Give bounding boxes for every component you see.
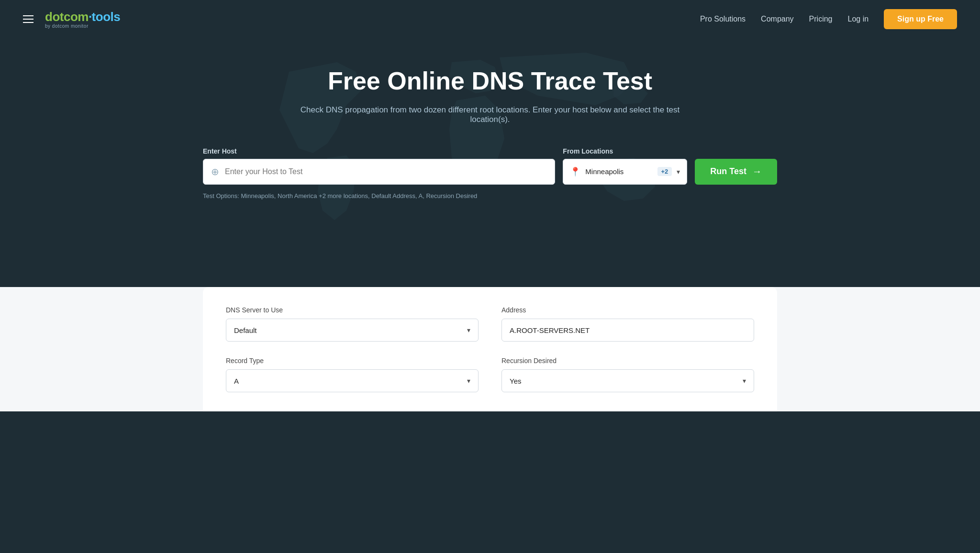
globe-icon: ⊕: [211, 166, 219, 177]
dns-server-chevron-icon: ▾: [467, 326, 470, 334]
logo-text: dotcom·tools: [45, 10, 120, 24]
nav-pro-solutions[interactable]: Pro Solutions: [700, 15, 746, 23]
dns-server-value: Default: [234, 326, 467, 334]
location-value: Minneapolis: [585, 167, 652, 176]
locations-field-group: From Locations 📍 Minneapolis +2 ▾: [563, 147, 687, 185]
host-field-group: Enter Host ⊕: [203, 147, 555, 185]
host-label: Enter Host: [203, 147, 555, 155]
dns-server-label: DNS Server to Use: [226, 306, 479, 314]
nav-company[interactable]: Company: [761, 15, 793, 23]
signup-button[interactable]: Sign up Free: [884, 9, 957, 29]
search-form-row: Enter Host ⊕ From Locations 📍 Minneapoli…: [203, 147, 777, 185]
record-type-select[interactable]: A ▾: [226, 369, 479, 392]
test-options-text: Test Options: Minneapolis, North America…: [203, 192, 777, 199]
page-title: Free Online DNS Trace Test: [328, 67, 652, 96]
location-select[interactable]: 📍 Minneapolis +2 ▾: [563, 159, 687, 185]
arrow-right-icon: →: [752, 166, 762, 177]
run-test-label: Run Test: [710, 166, 746, 177]
logo[interactable]: dotcom·tools by dotcom monitor: [45, 10, 120, 29]
record-type-label: Record Type: [226, 357, 479, 365]
address-label: Address: [501, 306, 754, 314]
page-subtitle: Check DNS propagation from two dozen dif…: [294, 105, 686, 124]
address-input[interactable]: [501, 319, 754, 342]
record-type-value: A: [234, 377, 467, 385]
hamburger-menu[interactable]: [23, 15, 33, 23]
record-type-field: Record Type A ▾: [226, 357, 479, 392]
nav-pricing[interactable]: Pricing: [809, 15, 833, 23]
record-type-chevron-icon: ▾: [467, 377, 470, 385]
recursion-field: Recursion Desired Yes ▾: [501, 357, 754, 392]
recursion-select[interactable]: Yes ▾: [501, 369, 754, 392]
nav-login[interactable]: Log in: [848, 15, 869, 23]
recursion-chevron-icon: ▾: [743, 377, 746, 385]
dns-server-select[interactable]: Default ▾: [226, 319, 479, 342]
host-input-container: ⊕: [203, 159, 555, 185]
location-badge: +2: [657, 167, 672, 176]
address-field: Address: [501, 306, 754, 342]
recursion-label: Recursion Desired: [501, 357, 754, 365]
host-input[interactable]: [225, 167, 547, 176]
logo-subtitle: by dotcom monitor: [45, 23, 120, 29]
pin-icon: 📍: [570, 166, 580, 177]
chevron-down-icon: ▾: [677, 168, 680, 176]
run-test-button[interactable]: Run Test →: [695, 159, 777, 185]
options-panel: DNS Server to Use Default ▾ Address Reco…: [203, 287, 777, 411]
dns-server-field: DNS Server to Use Default ▾: [226, 306, 479, 342]
locations-label: From Locations: [563, 147, 687, 155]
recursion-value: Yes: [510, 377, 743, 385]
